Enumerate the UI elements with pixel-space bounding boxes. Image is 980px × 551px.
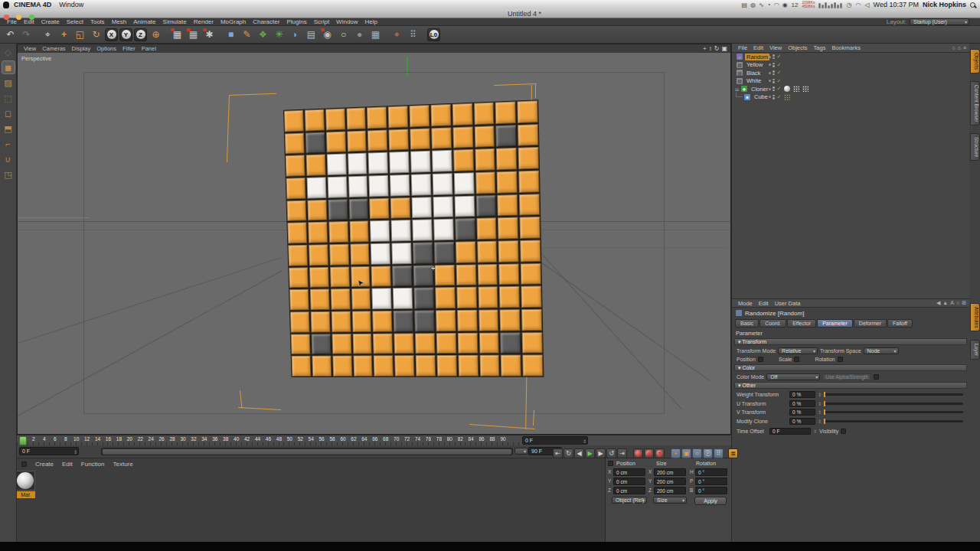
- next-frame-button[interactable]: ▶: [596, 448, 606, 458]
- am-icon-0[interactable]: ◀: [936, 300, 940, 306]
- viewport-menu-cameras[interactable]: Cameras: [42, 45, 65, 52]
- status-icon-5[interactable]: ◉: [782, 2, 788, 8]
- cloner-cube-grid[interactable]: [283, 99, 544, 377]
- move-tool[interactable]: +: [57, 28, 71, 42]
- side-tab-structure[interactable]: Structure: [970, 133, 980, 161]
- zoom-button[interactable]: [29, 15, 34, 20]
- om-menu-objects[interactable]: Objects: [788, 44, 807, 51]
- object-row-black[interactable]: ▨Black✓: [732, 69, 969, 77]
- object-name[interactable]: Black: [745, 70, 762, 77]
- modify-clone-slider[interactable]: [824, 420, 963, 422]
- viewport-pan-icon[interactable]: +: [703, 45, 707, 52]
- visibility-dots[interactable]: [773, 54, 775, 59]
- keyframe-selection-button[interactable]: ?: [655, 448, 665, 458]
- play-button[interactable]: ▶: [585, 448, 595, 458]
- coord-size-z-field[interactable]: 200 cm: [654, 487, 686, 494]
- side-tab-attributes[interactable]: Attributes: [970, 303, 980, 331]
- enabled-check-icon[interactable]: ✓: [777, 54, 782, 60]
- add-light-menu[interactable]: ○: [336, 28, 351, 42]
- material-name[interactable]: Mat: [15, 491, 35, 498]
- use-alpha-strength-checkbox[interactable]: [874, 374, 879, 380]
- goto-start-button[interactable]: ⇤: [553, 448, 563, 458]
- om-menu-tags[interactable]: Tags: [814, 44, 826, 51]
- object-row-random[interactable]: ⁙Random✓: [732, 53, 969, 61]
- visibility-dots[interactable]: [773, 79, 775, 83]
- object-row-cloner[interactable]: ⊟❖Cloner✓: [732, 85, 969, 93]
- lock-x-axis[interactable]: X: [105, 28, 118, 41]
- record-scale-toggle[interactable]: ▣: [681, 448, 691, 458]
- layer-dot[interactable]: [769, 56, 771, 58]
- play-backward-button[interactable]: ↻: [564, 448, 573, 458]
- viewport-maximize-icon[interactable]: ▣: [721, 45, 727, 52]
- material-menu-texture[interactable]: Texture: [113, 461, 133, 468]
- add-mograph-menu[interactable]: ❖: [256, 28, 270, 42]
- add-cube-menu[interactable]: ■: [224, 28, 238, 42]
- coord-pos-x-field[interactable]: 0 cm: [613, 468, 645, 476]
- object-name[interactable]: Random: [745, 54, 769, 60]
- goto-end-button[interactable]: ⇥: [617, 448, 627, 458]
- lock-y-axis[interactable]: Y: [119, 28, 132, 41]
- layer-dot[interactable]: [769, 80, 771, 82]
- time-offset-field[interactable]: 0 F: [769, 428, 811, 435]
- timeline-ruler[interactable]: 0246810121416182022242628303234363840424…: [17, 435, 731, 445]
- om-menu-file[interactable]: File: [738, 44, 747, 51]
- current-frame-field[interactable]: 0 F⇕: [19, 447, 79, 455]
- status-icon-0[interactable]: ▤: [742, 2, 748, 8]
- status-icon-1[interactable]: ◍: [750, 2, 756, 8]
- layer-dot[interactable]: [769, 64, 771, 66]
- spotlight-icon[interactable]: [970, 2, 975, 8]
- menu-simulate[interactable]: Simulate: [163, 18, 187, 25]
- am-icon-4[interactable]: ⊞: [962, 300, 966, 306]
- stepper-icon[interactable]: ⇕: [818, 419, 822, 424]
- om-icon-2[interactable]: ≡: [963, 45, 966, 51]
- visibility-dots[interactable]: [773, 86, 775, 91]
- timeline-scrollbar[interactable]: [101, 448, 513, 455]
- make-editable-tool[interactable]: ◇: [2, 45, 15, 59]
- minimize-button[interactable]: [16, 15, 21, 20]
- axis-mode-tool[interactable]: ⌐: [2, 137, 15, 151]
- object-name[interactable]: Yellow: [745, 61, 764, 68]
- am-menu-edit[interactable]: Edit: [759, 300, 769, 307]
- enabled-check-icon[interactable]: ✓: [777, 86, 782, 92]
- group-other[interactable]: ▾ Other: [734, 382, 967, 389]
- viewport-menu-view[interactable]: View: [24, 45, 36, 52]
- om-menu-edit[interactable]: Edit: [753, 44, 763, 51]
- timeline-playhead[interactable]: [19, 436, 27, 445]
- menu-mograph[interactable]: MoGraph: [220, 18, 246, 25]
- coord-pos-y-field[interactable]: 0 cm: [613, 478, 645, 485]
- stepper-icon[interactable]: ⇕: [818, 401, 822, 406]
- menu-animate[interactable]: Animate: [133, 18, 155, 25]
- add-deformer-menu[interactable]: ◗: [288, 28, 302, 42]
- menu-select[interactable]: Select: [67, 18, 83, 25]
- am-icon-2[interactable]: A: [950, 300, 954, 306]
- menu-tools[interactable]: Tools: [90, 18, 105, 25]
- menubar-user[interactable]: Nick Hopkins: [923, 1, 966, 8]
- clock-icon[interactable]: ◷: [846, 2, 851, 8]
- selection-tag[interactable]: [802, 86, 808, 92]
- scale-tool[interactable]: ◱: [73, 28, 87, 42]
- polygons-mode-tool[interactable]: ⬒: [2, 122, 15, 135]
- record-parameter-toggle[interactable]: Ⓟ: [703, 448, 713, 458]
- selection-tag[interactable]: [793, 86, 799, 92]
- stepper-icon[interactable]: ⇕: [818, 409, 822, 415]
- viewport-zoom-icon[interactable]: ↕: [709, 45, 712, 52]
- add-camera-menu[interactable]: ◉: [320, 28, 335, 42]
- expand-toggle[interactable]: ⊟: [735, 86, 739, 92]
- attr-tab-parameter[interactable]: Parameter: [817, 319, 853, 328]
- layer-dot[interactable]: [769, 72, 771, 74]
- render-region-button[interactable]: ▦: [186, 28, 201, 42]
- autokey-button[interactable]: (): [644, 448, 654, 458]
- apple-menu-icon[interactable]: [3, 2, 9, 8]
- points-mode-tool[interactable]: ⬚: [2, 91, 15, 105]
- transform-space-dropdown[interactable]: Node: [864, 347, 899, 354]
- material-menu-create[interactable]: Create: [35, 461, 54, 468]
- side-tab-objects[interactable]: Objects: [970, 49, 980, 73]
- visibility-dots[interactable]: [773, 63, 775, 67]
- coords-size-dropdown[interactable]: Size: [653, 497, 687, 504]
- viewport-menu-options[interactable]: Options: [96, 45, 116, 52]
- add-material-menu[interactable]: ●: [352, 28, 367, 42]
- rotate-tool[interactable]: ↻: [89, 28, 103, 42]
- stepper-icon[interactable]: ⇕: [818, 392, 822, 397]
- workplane-layout-button[interactable]: L0: [427, 28, 440, 41]
- side-tab-content-browser[interactable]: Content Browser: [970, 81, 980, 126]
